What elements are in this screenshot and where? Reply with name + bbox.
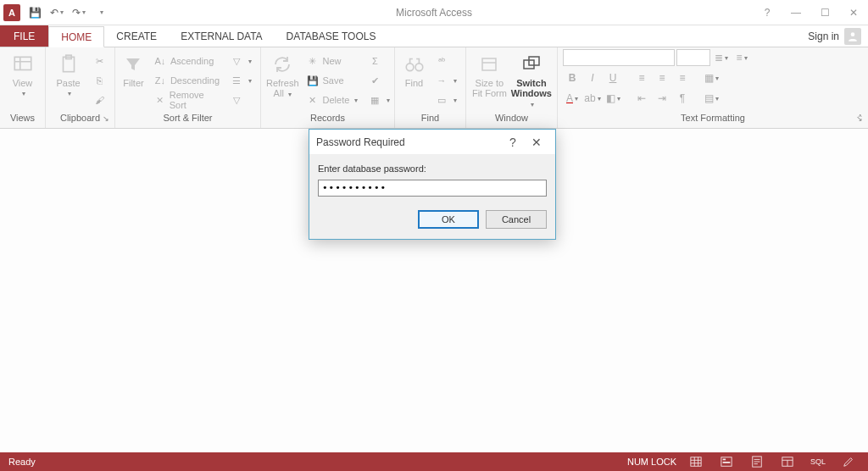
find-label: Find — [405, 78, 423, 88]
cut-icon: ✂ — [92, 54, 106, 68]
decrease-indent-button[interactable]: ⇤ — [632, 90, 651, 107]
qat-customize-icon[interactable]: ▾ — [93, 5, 108, 20]
goto-button[interactable]: →▾ — [431, 72, 460, 89]
tab-create[interactable]: CREATE — [104, 25, 169, 47]
switch-windows-button[interactable]: SwitchWindows ▾ — [511, 49, 552, 110]
select-icon: ▭ — [435, 93, 448, 107]
sign-in[interactable]: Sign in — [801, 25, 868, 47]
more-icon: ▦ — [368, 93, 381, 107]
redo-icon[interactable]: ↷▾ — [71, 5, 86, 20]
new-record-button[interactable]: ✳New — [303, 53, 362, 69]
password-input[interactable] — [318, 180, 547, 197]
goto-icon: → — [435, 74, 448, 87]
underline-button[interactable]: U — [604, 69, 622, 86]
format-painter-button[interactable]: 🖌 — [89, 91, 109, 108]
find-button[interactable]: Find — [400, 49, 428, 88]
font-name-combo[interactable] — [563, 49, 675, 66]
size-to-fit-button[interactable]: Size toFit Form — [471, 49, 508, 98]
ascending-button[interactable]: A↓Ascending — [150, 53, 223, 69]
access-app-icon: A — [3, 4, 20, 21]
numbering-button[interactable]: ≡▾ — [732, 49, 751, 66]
ribbon: View ▾ Views Paste ▾ ✂ ⎘ 🖌 Clipboard↘ — [0, 47, 868, 129]
gridlines-button[interactable]: ▦▾ — [702, 69, 721, 86]
text-direction-button[interactable]: ¶ — [673, 90, 692, 107]
svg-rect-9 — [691, 457, 701, 467]
close-window-icon[interactable]: ✕ — [839, 0, 868, 25]
sigma-icon: Σ — [368, 54, 381, 68]
group-label-window: Window — [471, 113, 552, 128]
sign-in-label: Sign in — [808, 30, 839, 42]
app-title: Microsoft Access — [0, 7, 868, 19]
user-avatar-icon — [844, 28, 861, 45]
dialog-help-icon[interactable]: ? — [501, 130, 525, 154]
view-report-icon[interactable] — [746, 452, 768, 471]
delete-record-button[interactable]: ✕Delete ▾ — [303, 91, 362, 108]
copy-button[interactable]: ⎘ — [89, 72, 109, 89]
group-find: Find ᵃᵇ →▾ ▭▾ Find — [395, 47, 466, 128]
undo-icon[interactable]: ↶▾ — [49, 5, 64, 20]
tab-external-data[interactable]: EXTERNAL DATA — [169, 25, 274, 47]
clipboard-launcher-icon[interactable]: ↘ — [103, 114, 109, 123]
view-design-icon[interactable] — [837, 452, 860, 471]
toggle-filter-button[interactable]: ▽ — [226, 91, 255, 108]
tab-file[interactable]: FILE — [0, 25, 48, 47]
ribbon-tab-row: FILE HOME CREATE EXTERNAL DATA DATABASE … — [0, 25, 868, 47]
remove-sort-button[interactable]: ⨯Remove Sort — [150, 91, 223, 108]
window-controls: ? — ☐ ✕ — [753, 0, 868, 25]
view-sql-icon[interactable]: SQL — [807, 452, 829, 471]
dialog-close-icon[interactable]: ✕ — [525, 130, 548, 154]
save-record-icon: 💾 — [306, 74, 320, 87]
paste-button[interactable]: Paste ▾ — [51, 49, 86, 97]
bullets-button[interactable]: ≣▾ — [712, 49, 731, 66]
replace-button[interactable]: ᵃᵇ — [431, 53, 460, 69]
font-color-button[interactable]: A▾ — [563, 90, 581, 107]
refresh-all-button[interactable]: RefreshAll ▾ — [266, 49, 299, 100]
refresh-icon — [270, 53, 294, 76]
svg-rect-11 — [723, 459, 726, 461]
filter-button[interactable]: Filter — [120, 49, 147, 88]
fill-color-button[interactable]: ◧▾ — [604, 90, 622, 107]
tab-home[interactable]: HOME — [48, 26, 104, 47]
selection-icon: ▽ — [230, 54, 243, 68]
highlight-button[interactable]: ab▾ — [583, 90, 602, 107]
paste-icon — [57, 53, 81, 76]
increase-indent-button[interactable]: ⇥ — [653, 90, 671, 107]
view-form-icon[interactable] — [715, 452, 737, 471]
align-left-button[interactable]: ≡ — [632, 69, 651, 86]
replace-icon: ᵃᵇ — [435, 54, 448, 68]
work-area: Password Required ? ✕ Enter database pas… — [0, 129, 868, 452]
cancel-button[interactable]: Cancel — [486, 210, 547, 229]
status-bar: Ready NUM LOCK SQL — [0, 452, 868, 471]
cut-button[interactable]: ✂ — [89, 53, 109, 69]
spelling-button[interactable]: ✔ — [364, 72, 393, 89]
advanced-filter-button[interactable]: ☰▾ — [226, 72, 255, 89]
ok-button[interactable]: OK — [418, 210, 479, 229]
group-sort-filter: Filter A↓Ascending Z↓Descending ⨯Remove … — [115, 47, 261, 128]
title-bar: A 💾 ↶▾ ↷▾ ▾ Microsoft Access ? — ☐ ✕ — [0, 0, 868, 25]
align-right-button[interactable]: ≡ — [673, 69, 692, 86]
svg-rect-12 — [723, 462, 731, 463]
svg-point-0 — [851, 32, 855, 36]
italic-button[interactable]: I — [583, 69, 602, 86]
selection-filter-button[interactable]: ▽▾ — [226, 53, 255, 69]
maximize-icon[interactable]: ☐ — [810, 0, 839, 25]
view-label: View — [13, 78, 33, 88]
alternate-fill-button[interactable]: ▤▾ — [702, 90, 721, 107]
view-button[interactable]: View ▾ — [5, 49, 40, 97]
save-icon[interactable]: 💾 — [27, 5, 42, 20]
tab-database-tools[interactable]: DATABASE TOOLS — [275, 25, 388, 47]
group-label-views: Views — [5, 113, 40, 128]
descending-button[interactable]: Z↓Descending — [150, 72, 223, 89]
totals-button[interactable]: Σ — [364, 53, 393, 69]
view-datasheet-icon[interactable] — [685, 452, 707, 471]
bold-button[interactable]: B — [563, 69, 581, 86]
save-record-button[interactable]: 💾Save — [303, 72, 362, 89]
minimize-icon[interactable]: — — [782, 0, 810, 25]
collapse-ribbon-icon[interactable]: ˄ — [858, 114, 863, 125]
view-layout-icon[interactable] — [776, 452, 798, 471]
help-icon[interactable]: ? — [753, 0, 782, 25]
font-size-combo[interactable] — [676, 49, 710, 66]
more-records-button[interactable]: ▦▾ — [364, 91, 393, 108]
select-button[interactable]: ▭▾ — [431, 91, 460, 108]
align-center-button[interactable]: ≡ — [653, 69, 671, 86]
